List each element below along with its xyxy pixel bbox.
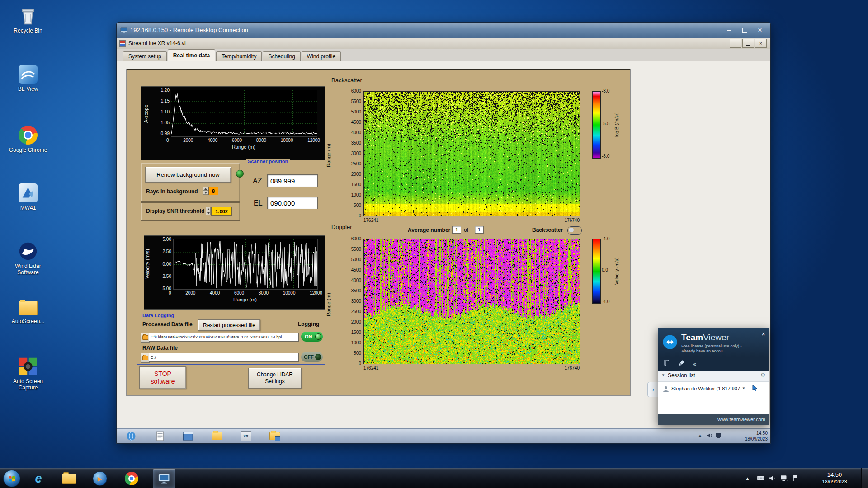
taskbar-media-player-icon[interactable]: ▶ <box>90 469 109 488</box>
taskbar-rdp-icon[interactable] <box>153 469 175 488</box>
rdp-maximize-button[interactable] <box>737 26 752 34</box>
remote-taskbar-xr-app-icon[interactable]: XR <box>240 430 252 442</box>
labview-close-button[interactable]: × <box>755 39 767 48</box>
remote-taskbar-app-icon[interactable] <box>182 430 194 442</box>
desktop-icon-bl-view[interactable]: BL-View <box>6 64 50 92</box>
tick-label: 4500 <box>351 267 361 272</box>
clipboard-icon[interactable] <box>664 360 670 368</box>
stop-button-line1: STOP <box>154 370 171 378</box>
desktop-icon-google-chrome[interactable]: Google Chrome <box>6 125 50 153</box>
restart-processed-file-button[interactable]: Restart processed file <box>198 319 260 331</box>
session-contact-row[interactable]: Stephan de Wekker (1 817 937 ▼ <box>658 382 769 396</box>
desktop-icon-auto-screen-capture[interactable]: Auto Screen Capture <box>6 356 50 391</box>
start-button[interactable] <box>3 469 21 488</box>
tray-keyboard-icon[interactable] <box>757 475 765 483</box>
tick-label: 6000 <box>351 236 361 241</box>
session-list-row[interactable]: ▼ Session list ⚙ <box>658 371 769 382</box>
show-desktop-button[interactable] <box>861 468 868 488</box>
tick-label: 4500 <box>351 120 361 125</box>
remote-tray-speaker-icon[interactable] <box>706 432 713 441</box>
snr-value[interactable]: 1.002 <box>211 207 232 216</box>
desktop-icon-wind-lidar[interactable]: Wind Lidar Software <box>6 241 50 276</box>
remote-tray-up-icon[interactable]: ▲ <box>698 433 702 438</box>
snr-spinner[interactable] <box>206 207 211 215</box>
tick-label: 2000 <box>351 172 361 177</box>
tick-label: 10000 <box>283 291 296 296</box>
tab-scheduling[interactable]: Scheduling <box>263 51 300 61</box>
average-number-value[interactable]: 1 <box>452 226 461 234</box>
average-total-value[interactable]: 1 <box>475 226 484 234</box>
remote-taskbar-browser-icon[interactable] <box>125 430 137 442</box>
rdp-title-bar[interactable]: 192.168.0.150 - Remote Desktop Connectio… <box>117 23 770 38</box>
teamviewer-close-icon[interactable]: × <box>761 330 765 338</box>
tray-flag-icon[interactable] <box>792 474 799 483</box>
desktop-icon-recycle-bin[interactable]: Recycle Bin <box>6 5 50 34</box>
contact-dropdown-icon[interactable]: ▼ <box>742 386 745 390</box>
backscatter-display-toggle[interactable] <box>567 226 582 235</box>
remote-taskbar-folder-icon[interactable] <box>211 430 223 442</box>
raw-logging-toggle[interactable]: OFF <box>301 352 323 362</box>
rays-spinner[interactable] <box>203 187 208 195</box>
rays-value[interactable]: 8 <box>208 187 218 195</box>
el-value[interactable]: 090.000 <box>267 197 318 209</box>
remote-tray-display-icon[interactable] <box>715 432 722 441</box>
processed-logging-toggle[interactable]: ON <box>301 332 323 342</box>
data-logging-title: Data Logging <box>141 313 176 318</box>
rdp-window-icon <box>120 27 127 33</box>
teamviewer-panel: TeamViewer Free license (personal use on… <box>658 328 769 425</box>
desktop-icon-label: MW41 <box>6 205 50 211</box>
desktop-icon-mw41[interactable]: MW41 <box>6 183 50 211</box>
remote-taskbar-notepad-icon[interactable] <box>154 430 166 442</box>
doppler-colorbar-label: Velocity (m/s) <box>614 239 622 303</box>
data-logging-group: Data Logging Processed Data file Restart… <box>137 316 325 365</box>
change-lidar-settings-button[interactable]: Change LiDAR Settings <box>248 368 302 389</box>
labview-restore-button[interactable] <box>742 39 754 48</box>
tick-label: 1.15 <box>161 99 170 103</box>
tick-label: 2000 <box>183 138 193 143</box>
taskbar-clock[interactable]: 14:50 18/09/2023 <box>814 471 855 485</box>
raw-file-browse-button[interactable] <box>141 353 150 363</box>
tick-label: 5500 <box>351 247 361 252</box>
tick-label: 3000 <box>351 299 361 304</box>
tray-speaker-icon[interactable] <box>769 474 776 484</box>
tab-real-time-data[interactable]: Real time data <box>168 49 215 61</box>
taskbar-chrome-icon[interactable] <box>122 469 141 488</box>
raw-file-path-field[interactable]: C:\ <box>149 353 299 362</box>
backscatter-title: Backscatter <box>331 77 362 84</box>
brush-icon[interactable] <box>679 360 685 368</box>
chrome-icon <box>18 125 38 145</box>
folder-icon <box>142 335 148 340</box>
teamviewer-website-link[interactable]: www.teamviewer.com <box>717 417 765 422</box>
taskbar-explorer-icon[interactable] <box>60 469 79 488</box>
rays-in-background-label: Rays in background <box>146 188 198 195</box>
desktop: Recycle Bin BL-View Google Chrome MW41 W… <box>0 0 868 488</box>
ie-glyph: e <box>35 472 42 486</box>
tab-system-setup[interactable]: System setup <box>123 51 167 61</box>
remote-taskbar-explorer-icon[interactable] <box>269 430 281 442</box>
taskbar-ie-icon[interactable]: e <box>29 469 48 488</box>
teamviewer-toolbar: « <box>658 357 769 371</box>
toggle-led <box>315 354 321 360</box>
tick-label: 4000 <box>210 291 220 296</box>
tab-temp-humidity[interactable]: Temp/humidity <box>216 51 262 61</box>
backscatter-colorbar <box>592 91 601 159</box>
remote-clock[interactable]: 14:50 18/09/2023 <box>745 430 768 442</box>
stop-software-button[interactable]: STOP software <box>139 366 186 389</box>
desktop-icon-autoscreen[interactable]: AutoScreen... <box>6 296 50 324</box>
tab-wind-profile[interactable]: Wind profile <box>302 51 341 61</box>
labview-title-bar[interactable]: StreamLine XR v14-6.vi _ × <box>117 38 770 50</box>
tray-network-icon[interactable] <box>780 475 788 483</box>
rdp-minimize-button[interactable] <box>722 26 737 34</box>
tray-show-hidden-icons[interactable]: ▲ <box>745 476 750 481</box>
collapse-icon[interactable]: « <box>693 361 696 367</box>
gear-icon[interactable]: ⚙ <box>760 372 765 378</box>
teamviewer-side-tab[interactable]: › <box>647 382 658 397</box>
ascope-plot-widget: A-scope 1.201.151.101.050.99 02000400060… <box>141 86 325 160</box>
rdp-close-button[interactable]: × <box>752 26 768 34</box>
labview-minimize-button[interactable]: _ <box>730 39 741 48</box>
az-value[interactable]: 089.999 <box>267 174 318 187</box>
processed-file-path-field[interactable]: C:\Lidar\Data\Proc\2023\202309\20230918\… <box>149 333 299 342</box>
processed-file-browse-button[interactable] <box>141 333 150 343</box>
renew-background-button[interactable]: Renew background now <box>145 167 231 183</box>
connect-cursor-icon[interactable] <box>751 385 758 394</box>
